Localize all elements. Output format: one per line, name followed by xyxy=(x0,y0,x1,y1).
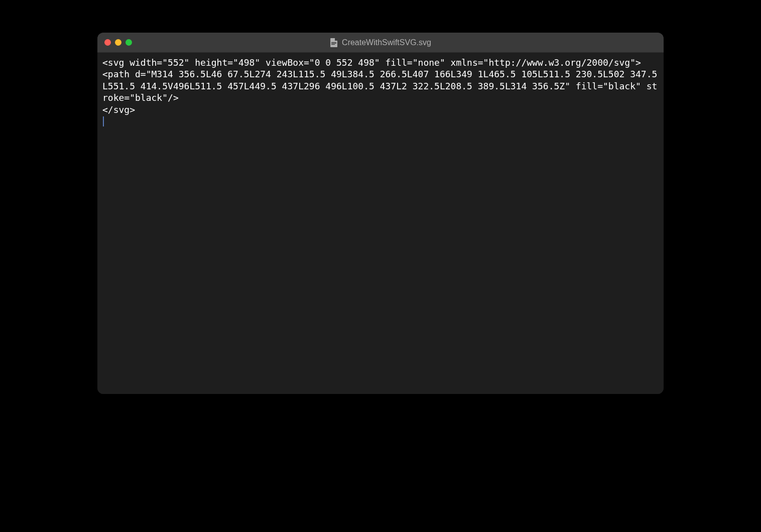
titlebar[interactable]: CreateWithSwiftSVG.svg xyxy=(97,33,664,53)
code-line-1[interactable]: <svg width="552" height="498" viewBox="0… xyxy=(102,57,641,68)
code-line-2[interactable]: <path d="M314 356.5L46 67.5L274 243L115.… xyxy=(102,69,657,103)
editor-window: CreateWithSwiftSVG.svg <svg width="552" … xyxy=(97,33,664,394)
window-title: CreateWithSwiftSVG.svg xyxy=(342,38,431,47)
editor-content[interactable]: <svg width="552" height="498" viewBox="0… xyxy=(97,53,664,394)
title-container: CreateWithSwiftSVG.svg xyxy=(330,38,431,47)
code-line-3[interactable]: </svg> xyxy=(102,104,135,115)
svg-rect-0 xyxy=(331,42,336,43)
code-text[interactable]: <svg width="552" height="498" viewBox="0… xyxy=(102,57,659,127)
minimize-button[interactable] xyxy=(115,39,121,46)
close-button[interactable] xyxy=(104,39,111,46)
file-icon xyxy=(330,38,338,47)
svg-rect-1 xyxy=(331,43,336,44)
maximize-button[interactable] xyxy=(125,39,132,46)
text-cursor xyxy=(103,116,104,126)
traffic-lights xyxy=(104,39,132,46)
svg-rect-2 xyxy=(331,44,335,45)
